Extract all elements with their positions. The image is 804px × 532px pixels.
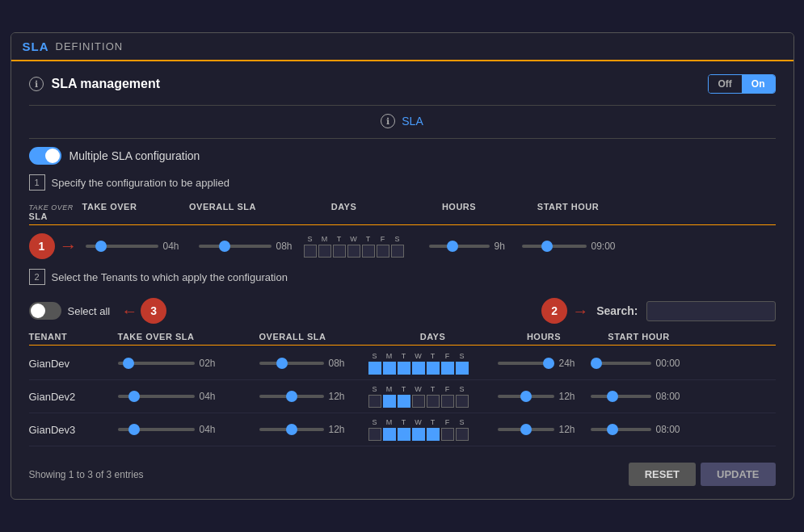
- day-0-w[interactable]: [412, 362, 425, 375]
- tenant-takeover-range-1[interactable]: [118, 395, 195, 398]
- section-header-left: ℹ SLA management: [29, 77, 161, 91]
- day-0-s2[interactable]: [456, 362, 469, 375]
- tenant-days-checks-1[interactable]: [368, 395, 498, 408]
- tenant-hours-val-0: 24h: [559, 358, 582, 369]
- takeover-range[interactable]: [86, 245, 158, 248]
- day-1-s1[interactable]: [368, 395, 381, 408]
- day-cb-t2[interactable]: [362, 245, 375, 258]
- config-takeover-slider[interactable]: 04h: [86, 241, 199, 252]
- tenant-starthour-1[interactable]: 08:00: [591, 391, 688, 402]
- hours-range[interactable]: [429, 245, 490, 248]
- starthour-range[interactable]: [522, 245, 587, 248]
- day-1-f[interactable]: [441, 395, 454, 408]
- footer-buttons: RESET UPDATE: [629, 463, 776, 486]
- overall-range[interactable]: [199, 245, 272, 248]
- badge3-area: ← 3: [121, 298, 166, 324]
- day-cb-w[interactable]: [347, 245, 360, 258]
- tenant-hours-2[interactable]: 12h: [498, 424, 591, 435]
- day-1-s2[interactable]: [456, 395, 469, 408]
- day-1-m[interactable]: [383, 395, 396, 408]
- search-right: 2 → Search:: [541, 298, 775, 324]
- tenant-overall-2[interactable]: 12h: [259, 424, 368, 435]
- tenant-starthour-range-1[interactable]: [591, 395, 651, 398]
- day-2-t1[interactable]: [398, 428, 410, 441]
- day-1-w[interactable]: [412, 395, 425, 408]
- step1-row: 1 Specify the configuration to be applie…: [29, 174, 776, 191]
- tenant-name-1: GianDev2: [29, 391, 118, 403]
- toggle-off-button[interactable]: Off: [709, 75, 742, 93]
- tenant-starthour-2[interactable]: 08:00: [591, 424, 688, 435]
- step1-label: Specify the configuration to be applied: [52, 177, 229, 189]
- day-2-s2[interactable]: [456, 428, 469, 441]
- step2-num: 2: [29, 269, 45, 285]
- search-input[interactable]: [646, 301, 776, 321]
- config-hours-slider[interactable]: 9h: [429, 241, 522, 252]
- tenant-takeover-1[interactable]: 04h: [118, 391, 259, 402]
- config-starthour-slider[interactable]: 09:00: [522, 241, 619, 252]
- tenant-overall-1[interactable]: 12h: [259, 391, 368, 402]
- tenant-starthour-val-2: 08:00: [656, 424, 680, 435]
- day-2-f[interactable]: [441, 428, 454, 441]
- tenant-days-checks-2[interactable]: [368, 428, 498, 441]
- tenant-days-0: SMTWTFS: [368, 352, 498, 375]
- step2-label: Select the Tenants to which apply the co…: [52, 271, 288, 283]
- day-2-w[interactable]: [412, 428, 425, 441]
- tenant-hours-0[interactable]: 24h: [498, 358, 591, 369]
- content-area: ℹ SLA management Off On ℹ SLA Multiple S…: [11, 61, 793, 499]
- tenant-takeover-2[interactable]: 04h: [118, 424, 259, 435]
- col-header-overall: OVERALL SLA: [154, 202, 292, 221]
- day-2-t2[interactable]: [427, 428, 440, 441]
- tenant-hours-range-1[interactable]: [498, 395, 554, 398]
- tenant-starthour-val-1: 08:00: [656, 391, 680, 402]
- day-0-s1[interactable]: [368, 362, 381, 375]
- toggle-on-button[interactable]: On: [742, 75, 775, 93]
- takeover-val: 04h: [163, 241, 186, 252]
- tenant-starthour-0[interactable]: 00:00: [591, 358, 688, 369]
- tenant-starthour-range-0[interactable]: [591, 362, 651, 365]
- multiple-sla-label: Multiple SLA configuration: [69, 149, 200, 162]
- search-label: Search:: [596, 304, 638, 317]
- day-1-t1[interactable]: [398, 395, 410, 408]
- tenant-starthour-range-2[interactable]: [591, 428, 651, 431]
- day-cb-s1[interactable]: [304, 245, 317, 258]
- tenant-hours-range-0[interactable]: [498, 362, 554, 365]
- multiple-sla-toggle[interactable]: [29, 147, 61, 165]
- col-days-t: DAYS: [368, 332, 498, 341]
- reset-button[interactable]: RESET: [629, 463, 696, 486]
- on-off-toggle[interactable]: Off On: [708, 74, 776, 94]
- select-all-toggle[interactable]: [29, 302, 61, 320]
- config-overall-slider[interactable]: 08h: [199, 241, 304, 252]
- tenant-takeover-0[interactable]: 02h: [118, 358, 259, 369]
- tenant-days-checks-0[interactable]: [368, 362, 498, 375]
- day-1-t2[interactable]: [427, 395, 440, 408]
- day-2-m[interactable]: [383, 428, 396, 441]
- day-cb-t1[interactable]: [333, 245, 346, 258]
- day-0-m[interactable]: [383, 362, 396, 375]
- step1-num: 1: [29, 174, 45, 191]
- days-labels-2: SMTWTFS: [368, 418, 498, 426]
- badge2-area: 2 →: [541, 298, 588, 324]
- tenant-takeover-range-2[interactable]: [118, 428, 195, 431]
- day-2-s1[interactable]: [368, 428, 381, 441]
- day-0-t2[interactable]: [427, 362, 440, 375]
- tenant-days-2: SMTWTFS: [368, 418, 498, 441]
- tenant-takeover-range-0[interactable]: [118, 362, 195, 365]
- day-0-t1[interactable]: [398, 362, 410, 375]
- tenant-overall-range-1[interactable]: [259, 395, 324, 398]
- tenant-name-2: GianDev3: [29, 424, 118, 436]
- tenant-name-0: GianDev: [29, 358, 118, 370]
- tenant-takeover-val-0: 02h: [200, 358, 222, 369]
- tenant-overall-0[interactable]: 08h: [259, 358, 368, 369]
- sla-link-row: ℹ SLA: [29, 114, 776, 128]
- tenant-overall-range-2[interactable]: [259, 428, 324, 431]
- day-cb-s2[interactable]: [391, 245, 404, 258]
- tenant-overall-range-0[interactable]: [259, 362, 324, 365]
- tenant-hours-1[interactable]: 12h: [498, 391, 591, 402]
- tenant-hours-range-2[interactable]: [498, 428, 554, 431]
- config-days-checks[interactable]: [304, 245, 429, 258]
- day-cb-m[interactable]: [318, 245, 331, 258]
- day-0-f[interactable]: [441, 362, 454, 375]
- update-button[interactable]: UPDATE: [701, 463, 775, 486]
- day-cb-f[interactable]: [377, 245, 389, 258]
- sla-link[interactable]: SLA: [402, 115, 423, 128]
